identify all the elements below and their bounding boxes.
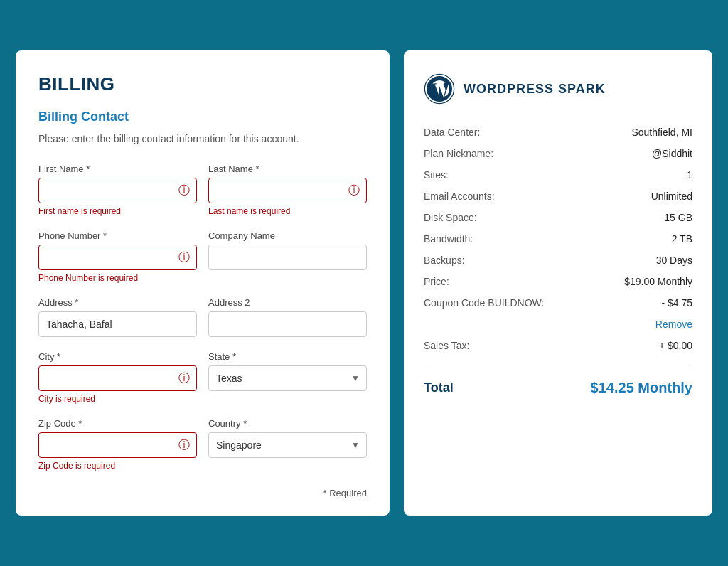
city-error-icon: ⓘ <box>178 371 190 386</box>
last-name-error: Last name is required <box>208 206 367 216</box>
wordpress-logo <box>424 73 455 105</box>
last-name-error-icon: ⓘ <box>348 183 360 198</box>
country-label: Country * <box>208 418 367 429</box>
summary-row-value: + $0.00 <box>601 335 692 356</box>
city-input-wrapper: ⓘ <box>38 365 197 391</box>
city-input[interactable] <box>38 365 197 391</box>
summary-row-label: Bandwidth: <box>424 228 601 250</box>
address2-group: Address 2 <box>208 297 367 337</box>
phone-input-wrapper: ⓘ <box>38 245 197 270</box>
total-value: $14.25 Monthly <box>591 380 692 396</box>
first-name-error-icon: ⓘ <box>178 183 190 198</box>
city-label: City * <box>38 351 197 362</box>
phone-error-icon: ⓘ <box>178 250 190 265</box>
page-wrapper: BILLING Billing Contact Please enter the… <box>16 50 712 516</box>
zip-group: Zip Code * ⓘ Zip Code is required <box>38 418 197 471</box>
zip-error-icon: ⓘ <box>178 438 190 453</box>
summary-row-label: Sales Tax: <box>424 335 601 356</box>
zip-label: Zip Code * <box>38 418 197 429</box>
phone-error: Phone Number is required <box>38 273 197 283</box>
summary-row-label: Coupon Code BUILDNOW: <box>424 292 601 314</box>
address2-input-wrapper <box>208 311 367 337</box>
address2-label: Address 2 <box>208 297 367 308</box>
total-row: Total $14.25 Monthly <box>424 380 692 396</box>
address-label: Address * <box>38 297 197 308</box>
address-input-wrapper <box>38 311 197 337</box>
summary-row-value: 2 TB <box>601 228 692 250</box>
first-name-label: First Name * <box>38 164 197 174</box>
summary-row-label: Disk Space: <box>424 207 601 228</box>
billing-contact-title: Billing Contact <box>38 110 367 124</box>
zip-country-row: Zip Code * ⓘ Zip Code is required Countr… <box>38 418 367 482</box>
city-state-row: City * ⓘ City is required State * Texas … <box>38 351 367 415</box>
zip-input[interactable] <box>38 432 197 458</box>
first-name-group: First Name * ⓘ First name is required <box>38 164 197 216</box>
summary-row: Data Center:Southfield, MI <box>424 122 692 143</box>
zip-input-wrapper: ⓘ <box>38 432 197 458</box>
billing-card: BILLING Billing Contact Please enter the… <box>16 50 390 516</box>
company-label: Company Name <box>208 230 367 241</box>
last-name-input[interactable] <box>208 178 367 203</box>
summary-row-label: Sites: <box>424 164 601 186</box>
billing-title: BILLING <box>38 73 367 95</box>
first-name-input[interactable] <box>38 178 197 203</box>
summary-row-value: 1 <box>601 164 692 186</box>
summary-title: WORDPRESS SPARK <box>464 82 606 97</box>
total-label: Total <box>424 380 454 395</box>
state-select[interactable]: Texas California New York Florida <box>208 365 367 391</box>
summary-row: Bandwidth:2 TB <box>424 228 692 250</box>
summary-row-value: 30 Days <box>601 250 692 271</box>
state-select-wrapper: Texas California New York Florida ▼ <box>208 365 367 391</box>
summary-table: Data Center:Southfield, MIPlan Nickname:… <box>424 122 692 356</box>
company-input-wrapper <box>208 245 367 270</box>
summary-row-label: Plan Nickname: <box>424 143 601 164</box>
required-note: * Required <box>38 488 367 498</box>
summary-card: WORDPRESS SPARK Data Center:Southfield, … <box>404 50 712 516</box>
remove-coupon-link[interactable]: Remove <box>655 319 692 330</box>
name-row: First Name * ⓘ First name is required La… <box>38 164 367 228</box>
phone-label: Phone Number * <box>38 230 197 241</box>
address2-input[interactable] <box>208 311 367 337</box>
city-group: City * ⓘ City is required <box>38 351 197 404</box>
summary-row-value: @Siddhit <box>601 143 692 164</box>
last-name-group: Last Name * ⓘ Last name is required <box>208 164 367 216</box>
summary-row-label: Price: <box>424 271 601 292</box>
summary-row-value: Unlimited <box>601 186 692 207</box>
summary-row: Email Accounts:Unlimited <box>424 186 692 207</box>
summary-row-label: Email Accounts: <box>424 186 601 207</box>
summary-row: Coupon Code BUILDNOW:- $4.75 <box>424 292 692 314</box>
billing-desc: Please enter the billing contact informa… <box>38 132 367 146</box>
phone-input[interactable] <box>38 245 197 270</box>
address-input[interactable] <box>38 311 197 337</box>
summary-row-value: Southfield, MI <box>601 122 692 143</box>
summary-header: WORDPRESS SPARK <box>424 73 692 105</box>
zip-error: Zip Code is required <box>38 461 197 471</box>
summary-row-label: Backups: <box>424 250 601 271</box>
summary-row-value: $19.00 Monthly <box>601 271 692 292</box>
remove-row: Remove <box>424 314 692 335</box>
last-name-label: Last Name * <box>208 164 367 174</box>
summary-divider <box>424 368 692 368</box>
state-label: State * <box>208 351 367 362</box>
first-name-input-wrapper: ⓘ <box>38 178 197 203</box>
address-group: Address * <box>38 297 197 337</box>
summary-row: Price:$19.00 Monthly <box>424 271 692 292</box>
summary-row-value: 15 GB <box>601 207 692 228</box>
state-group: State * Texas California New York Florid… <box>208 351 367 404</box>
first-name-error: First name is required <box>38 206 197 216</box>
company-group: Company Name <box>208 230 367 283</box>
summary-row-label: Data Center: <box>424 122 601 143</box>
phone-group: Phone Number * ⓘ Phone Number is require… <box>38 230 197 283</box>
address-row: Address * Address 2 <box>38 297 367 348</box>
country-select-wrapper: Singapore United States United Kingdom C… <box>208 432 367 458</box>
last-name-input-wrapper: ⓘ <box>208 178 367 203</box>
summary-row: Disk Space:15 GB <box>424 207 692 228</box>
company-input[interactable] <box>208 245 367 270</box>
country-group: Country * Singapore United States United… <box>208 418 367 471</box>
country-select[interactable]: Singapore United States United Kingdom C… <box>208 432 367 458</box>
phone-company-row: Phone Number * ⓘ Phone Number is require… <box>38 230 367 294</box>
summary-row: Backups:30 Days <box>424 250 692 271</box>
summary-row-value: - $4.75 <box>601 292 692 314</box>
summary-row: Plan Nickname:@Siddhit <box>424 143 692 164</box>
summary-row: Sites:1 <box>424 164 692 186</box>
